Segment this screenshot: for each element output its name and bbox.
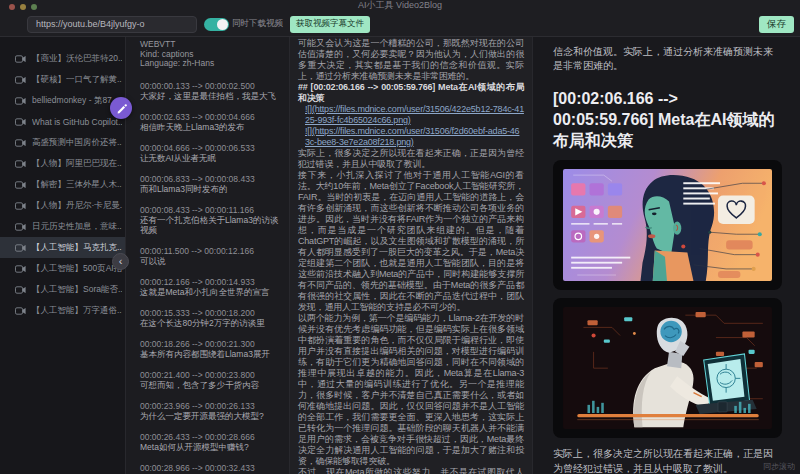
preview-paragraph: 信念和价值观。实际上，通过分析来准确预测未来是非常困难的。 <box>553 45 782 73</box>
preview-panel[interactable]: 信念和价值观。实际上，通过分析来准确预测未来是非常困难的。 [00:02:06.… <box>533 37 800 474</box>
preview-image-2 <box>553 298 782 438</box>
subtitle-cue: 00:00:15.333 --> 00:00:18.200在这个长达80分钟2万… <box>140 308 283 328</box>
minimize-window-icon[interactable] <box>20 4 26 10</box>
preview-image-1 <box>553 160 782 290</box>
sidebar-video-item[interactable]: 【人工智能】500页AI指... <box>0 258 125 279</box>
sidebar-video-item[interactable]: 【人工智能】Sora能否... <box>0 279 125 300</box>
subtitle-cue: 00:00:04.666 --> 00:00:06.533让无数AI从业者无眠 <box>140 143 283 163</box>
subtitle-cue: 00:00:21.400 --> 00:00:23.800可想而知，包含了多少干… <box>140 370 283 390</box>
pencil-icon <box>116 103 127 114</box>
editor-block-link[interactable]: ![](https://files.mdnice.com/user/31506/… <box>298 126 524 148</box>
markdown-editor[interactable]: 可能又会认为这是一个糟糕的公司，那既然对现在的公司估值清楚的，又何必要卖呢？因为… <box>290 37 533 474</box>
video-item-label: 【人物】阿里巴巴现在... <box>32 158 122 170</box>
floating-action-button[interactable] <box>110 97 132 119</box>
video-camera-icon <box>15 223 26 231</box>
sidebar-video-item[interactable]: 【人工智能】万字通俗... <box>0 300 125 321</box>
video-item-label: 【解密】三体外星人木... <box>32 179 122 191</box>
video-item-label: What is GitHub Copilot... <box>32 117 122 127</box>
window-title: AI小工具 Video2Blog <box>0 0 800 11</box>
video-camera-icon <box>15 76 26 84</box>
video-item-label: 【人工智能】马克扎克... <box>32 242 122 254</box>
video-item-label: 【人物】丹尼尔·卡尼曼... <box>32 200 122 212</box>
subtitle-cue: 00:00:28.966 --> 00:00:32.433 <box>140 463 283 473</box>
sidebar-video-item[interactable]: 【人工智能】马克扎克... <box>0 237 125 258</box>
sidebar-video-item[interactable]: 日元历史性加息，意味... <box>0 216 125 237</box>
ai-portrait-infographic-illustration <box>563 169 772 281</box>
video-camera-icon <box>15 160 26 168</box>
fetch-subtitles-button[interactable]: 获取视频字幕文件 <box>290 16 370 33</box>
video-camera-icon <box>15 286 26 294</box>
video-list: 【商业】沃伦巴菲特20...【硬核】一口气了解黄...belliedmonkey… <box>0 37 125 474</box>
editor-block-text[interactable]: 以两个能力为例，第一个是编码能力，Llama-2在开发的时候并没有优先考虑编码功… <box>298 313 524 467</box>
sidebar-video-item[interactable]: 【硬核】一口气了解黄... <box>0 69 125 90</box>
app-window: AI小工具 Video2Blog 同时下载视频 获取视频字幕文件 保存 【商业】… <box>0 0 800 474</box>
download-video-toggle[interactable] <box>204 18 229 31</box>
editor-block-text[interactable]: 可能又会认为这是一个糟糕的公司，那既然对现在的公司估值清楚的，又何必要卖呢？因为… <box>298 38 524 82</box>
toolbar: 同时下载视频 获取视频字幕文件 保存 <box>0 12 800 37</box>
subtitle-cue: 00:00:18.266 --> 00:00:21.300基本所有内容都围绕着L… <box>140 339 283 359</box>
video-item-label: 【商业】沃伦巴菲特20... <box>32 53 122 65</box>
sync-scroll-label: 同步滚动 <box>763 461 795 472</box>
video-camera-icon <box>15 55 26 63</box>
vtt-header: WEBVTTKind: captionsLanguage: zh-Hans <box>140 40 283 69</box>
video-item-label: 【人工智能】Sora能否... <box>32 284 122 296</box>
sidebar-video-item[interactable]: 【人物】丹尼尔·卡尼曼... <box>0 195 125 216</box>
preview-section-heading: [00:02:06.166 --> 00:05:59.766] Meta在AI领… <box>553 88 782 151</box>
window-controls[interactable] <box>9 4 37 10</box>
editor-block-heading[interactable]: ## [00:02:06.166 --> 00:05:59.766] Meta在… <box>298 82 524 104</box>
video-item-label: 【人工智能】500页AI指... <box>32 263 122 275</box>
editor-block-text[interactable]: 实际上，很多决定之所以现在看起来正确，正是因为曾经犯过错误，并且从中吸取了教训。 <box>298 148 524 170</box>
save-button[interactable]: 保存 <box>759 16 794 33</box>
sidebar-video-item[interactable]: What is GitHub Copilot... <box>0 111 125 132</box>
robot-workstation-illustration <box>563 307 772 429</box>
subtitle-cue: 00:00:02.633 --> 00:00:04.666相信昨天晚上Llama… <box>140 112 283 132</box>
transcript-panel[interactable]: WEBVTTKind: captionsLanguage: zh-Hans00:… <box>125 37 290 474</box>
toggle-knob <box>217 19 228 30</box>
video-camera-icon <box>15 307 26 315</box>
subtitle-cue: 00:00:12.166 --> 00:00:14.933这就是Meta和小扎向… <box>140 277 283 297</box>
sidebar-video-item[interactable]: 高盛预测中国房价还将... <box>0 132 125 153</box>
editor-block-text[interactable]: 接下来，小扎深入探讨了他对于通用人工智能AGI的看法。大约10年前，Meta创立… <box>298 170 524 313</box>
sidebar-video-item[interactable]: 【人物】阿里巴巴现在... <box>0 153 125 174</box>
video-camera-icon <box>15 97 26 105</box>
maximize-window-icon[interactable] <box>31 4 37 10</box>
video-camera-icon <box>15 265 26 273</box>
subtitle-cue: 00:00:26.433 --> 00:00:28.666Meta如何从开源模型… <box>140 432 283 452</box>
subtitle-cue: 00:00:08.433 --> 00:00:11.166还有一个扎克伯格关于L… <box>140 205 283 235</box>
subtitle-cue: 00:00:11.500 --> 00:00:12.166可以说 <box>140 246 283 266</box>
video-item-label: 高盛预测中国房价还将... <box>32 137 122 149</box>
subtitle-cue: 00:00:23.966 --> 00:00:26.133为什么一定要开源最强的… <box>140 401 283 421</box>
video-item-label: belliedmonkey - 第87... <box>32 95 119 107</box>
video-camera-icon <box>15 118 26 126</box>
sidebar-video-item[interactable]: 【解密】三体外星人木... <box>0 174 125 195</box>
close-window-icon[interactable] <box>9 4 15 10</box>
subtitle-cue: 00:00:06.833 --> 00:00:08.433而和Llama3同时发… <box>140 174 283 194</box>
sidebar-video-item[interactable]: belliedmonkey - 第87... <box>0 90 125 111</box>
video-item-label: 【硬核】一口气了解黄... <box>32 74 122 86</box>
download-toggle-label: 同时下载视频 <box>232 18 283 30</box>
titlebar: AI小工具 Video2Blog <box>0 0 800 12</box>
video-camera-icon <box>15 244 26 252</box>
editor-block-text[interactable]: 不过，现在Meta所做的这些努力，并不是在试图取代人类，而是希望通过这些工具，赋… <box>298 467 524 474</box>
sidebar-video-item[interactable]: 【商业】沃伦巴菲特20... <box>0 48 125 69</box>
collapse-sidebar-button[interactable]: ‹ <box>112 253 129 270</box>
editor-block-link[interactable]: ![](https://files.mdnice.com/user/31506/… <box>298 104 524 126</box>
video-item-label: 日元历史性加息，意味... <box>32 221 122 233</box>
video-camera-icon <box>15 181 26 189</box>
preview-paragraph: 实际上，很多决定之所以现在看起来正确，正是因为曾经犯过错误，并且从中吸取了教训。 <box>553 446 782 474</box>
video-url-input[interactable] <box>27 16 197 33</box>
video-item-label: 【人工智能】万字通俗... <box>32 305 122 317</box>
subtitle-cue: 00:00:00.133 --> 00:00:02.500大家好，这里是最佳拍档… <box>140 81 283 101</box>
video-camera-icon <box>15 139 26 147</box>
video-camera-icon <box>15 202 26 210</box>
